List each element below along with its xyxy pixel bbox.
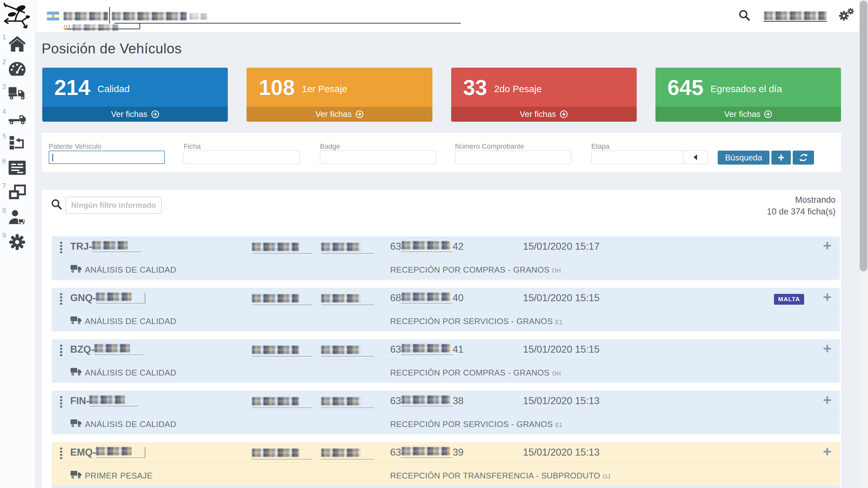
stage-label: ANÁLISIS DE CALIDAD	[85, 316, 176, 326]
sidebar-item-truck-flatbed[interactable]: 4	[0, 109, 36, 130]
redacted-field-2	[321, 449, 374, 459]
sidebar-item-user-truck[interactable]: 8	[0, 208, 36, 229]
ver-fichas-link[interactable]: Ver fichas	[655, 107, 841, 122]
vehicle-plate: EMQ-	[70, 447, 145, 458]
ver-fichas-link[interactable]: Ver fichas	[42, 107, 228, 122]
truck-icon	[70, 367, 82, 376]
truck-flatbed-icon	[8, 110, 26, 126]
badge-label: Badge	[320, 142, 340, 151]
page-scrollbar-thumb[interactable]	[860, 1, 867, 271]
sidebar-item-windows[interactable]: 7	[0, 184, 36, 204]
card-label: Egresados el día	[710, 84, 782, 94]
vehicle-row[interactable]: TRJ- 6342 15/01/2020 15:17 + ANÁLISIS DE…	[52, 236, 840, 280]
sidebar-item-flow[interactable]: 5	[0, 134, 36, 154]
operation-label: RECEPCIÓN POR SERVICIOS - GRANOSE1	[390, 419, 563, 429]
busqueda-button[interactable]: Búsqueda	[718, 151, 770, 164]
left-sidebar: 123456789	[0, 0, 36, 488]
row-stage-line: ANÁLISIS DE CALIDAD RECEPCIÓN POR COMPRA…	[52, 363, 840, 381]
vehicle-row[interactable]: FIN- 6338 15/01/2020 15:13 + ANÁLISIS DE…	[52, 391, 840, 434]
expand-row-button[interactable]: +	[823, 341, 832, 356]
sidebar-item-number: 2	[2, 58, 6, 66]
sidebar-item-number: 8	[2, 207, 6, 215]
page-scrollbar-track[interactable]	[859, 0, 868, 488]
card-label: Calidad	[97, 84, 130, 94]
row-grip-icon[interactable]	[60, 396, 62, 407]
card-value: 214	[54, 77, 90, 98]
stage-label: ANÁLISIS DE CALIDAD	[85, 368, 176, 378]
sidebar-item-number: 5	[2, 132, 6, 141]
row-grip-icon[interactable]	[60, 345, 62, 356]
redacted-doc-middle	[402, 293, 450, 301]
sidebar-item-gear[interactable]: 9	[0, 233, 36, 253]
document-number: 6342	[390, 241, 464, 252]
row-grip-icon[interactable]	[60, 448, 62, 459]
settings-cogs-icon[interactable]	[839, 8, 855, 22]
redacted-doc-middle	[402, 344, 450, 352]
card-value: 33	[463, 77, 487, 98]
row-divider	[52, 410, 840, 411]
card-1er-pesaje: 1081er Pesaje Ver fichas	[247, 68, 432, 122]
operation-label: RECEPCIÓN POR COMPRAS - GRANOSOH	[390, 368, 561, 378]
sidebar-item-number: 7	[2, 182, 6, 190]
redacted-field-1	[252, 346, 312, 357]
chevron-left-icon	[693, 154, 697, 160]
refresh-button[interactable]	[793, 151, 814, 164]
row-datetime: 15/01/2020 15:13	[523, 395, 599, 407]
add-button[interactable]: +	[771, 151, 791, 164]
document-number: 6338	[390, 395, 464, 407]
vehicle-row[interactable]: BZQ- 6341 15/01/2020 15:15 + ANÁLISIS DE…	[52, 339, 840, 383]
etapa-dropdown-button[interactable]	[683, 151, 707, 163]
patente-input[interactable]	[49, 151, 165, 164]
redacted-site-name	[112, 12, 187, 20]
gauge-icon	[8, 60, 26, 77]
refresh-icon	[799, 153, 808, 162]
sidebar-item-number: 1	[2, 33, 6, 41]
page-title: Posición de Vehículos	[42, 41, 182, 57]
stage-label: ANÁLISIS DE CALIDAD	[85, 419, 176, 429]
row-stage-line: ANÁLISIS DE CALIDAD RECEPCIÓN POR SERVIC…	[52, 312, 840, 330]
redacted-field-1	[252, 294, 312, 305]
redacted-org-name	[72, 25, 119, 31]
sidebar-item-form[interactable]: 6	[0, 159, 36, 179]
redaction-line	[109, 7, 110, 24]
redacted-doc-middle	[402, 396, 450, 404]
sidebar-item-number: 3	[2, 83, 6, 91]
card-2do-pesaje: 332do Pesaje Ver fichas	[451, 68, 637, 122]
list-search-icon[interactable]	[51, 199, 62, 210]
sidebar-item-gauge[interactable]: 2	[0, 60, 36, 80]
redacted-title-extra	[189, 13, 207, 20]
expand-row-button[interactable]: +	[823, 393, 832, 407]
expand-row-button[interactable]: +	[823, 444, 832, 459]
expand-row-button[interactable]: +	[823, 290, 832, 304]
badge-input[interactable]	[320, 151, 436, 164]
numero-comprobante-input[interactable]	[455, 151, 571, 164]
app-logo[interactable]	[2, 1, 31, 31]
operation-code: E1	[555, 319, 563, 325]
vehicle-row[interactable]: GNQ- 6840 15/01/2020 15:15 MALTA + ANÁLI…	[52, 288, 840, 331]
redacted-username[interactable]	[764, 11, 826, 20]
text-cursor	[53, 154, 53, 161]
app-root: 01 123456789 Posición de Vehículos 214Ca…	[0, 0, 868, 488]
ver-fichas-link[interactable]: Ver fichas	[247, 107, 432, 122]
arrow-circle-icon	[560, 110, 568, 118]
row-grip-icon[interactable]	[60, 293, 62, 305]
org-code: 01	[64, 24, 119, 32]
stage-label: PRIMER PESAJE	[85, 471, 153, 481]
operation-code: OJ	[603, 474, 610, 480]
gear-icon	[8, 234, 26, 250]
sidebar-item-truck-loaded[interactable]: 3	[0, 85, 36, 105]
flag-sun	[52, 14, 55, 18]
search-icon[interactable]	[738, 9, 750, 21]
arrow-circle-icon	[151, 110, 159, 118]
sidebar-item-home[interactable]: 1	[0, 35, 36, 55]
ver-fichas-link[interactable]: Ver fichas	[451, 107, 637, 122]
row-grip-icon[interactable]	[60, 242, 62, 253]
flow-icon	[8, 135, 26, 151]
expand-row-button[interactable]: +	[823, 238, 832, 253]
document-number: 6339	[390, 447, 464, 458]
form-icon	[8, 159, 26, 176]
vehicle-row[interactable]: EMQ- 6339 15/01/2020 15:13 + PRIMER PESA…	[52, 442, 840, 485]
ficha-input[interactable]	[184, 151, 300, 164]
sidebar-item-number: 9	[2, 231, 6, 240]
etapa-select[interactable]	[591, 151, 708, 164]
